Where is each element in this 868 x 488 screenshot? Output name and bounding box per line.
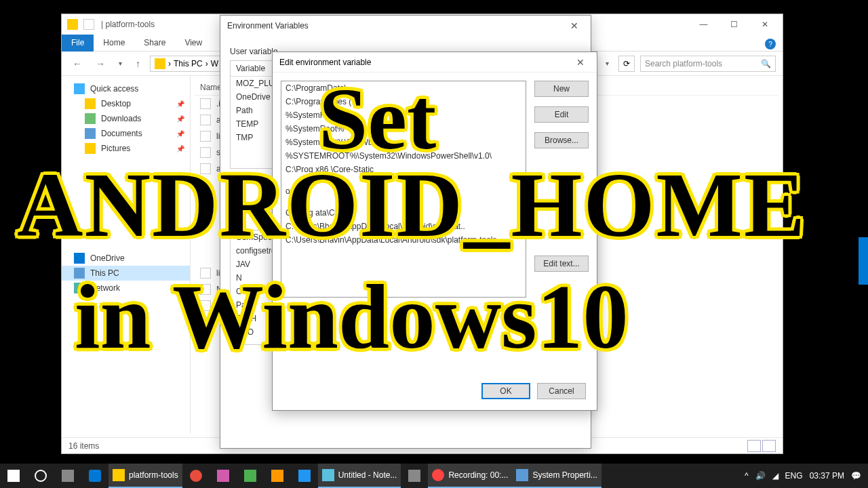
taskbar-pin[interactable] bbox=[291, 464, 318, 488]
taskbar-pin[interactable] bbox=[237, 464, 264, 488]
back-button[interactable]: ← bbox=[68, 58, 86, 69]
refresh-button[interactable]: ⟳ bbox=[618, 56, 635, 72]
sidebar-item-downloads[interactable]: Downloads📌 bbox=[62, 111, 190, 126]
folder-icon bbox=[155, 58, 165, 69]
browse-button[interactable]: Browse... bbox=[534, 132, 589, 148]
item-count: 16 items bbox=[68, 441, 99, 451]
search-input[interactable]: Search platform-tools 🔍 bbox=[640, 56, 776, 72]
up-button[interactable]: ↑ bbox=[132, 58, 144, 69]
overlay-text: ANDROID_HOME bbox=[17, 152, 806, 258]
taskbar-pin[interactable] bbox=[264, 464, 291, 488]
taskbar-pin[interactable] bbox=[182, 464, 210, 488]
taskbar-app[interactable]: platform-tools bbox=[108, 464, 182, 488]
taskbar-app[interactable]: Untitled - Note... bbox=[318, 464, 401, 488]
start-button[interactable] bbox=[0, 464, 27, 488]
cortana-button[interactable] bbox=[27, 464, 54, 488]
overlay-text: in Windows10 bbox=[75, 264, 629, 369]
sidebar-item-documents[interactable]: Documents📌 bbox=[62, 126, 190, 141]
edit-button[interactable]: Edit bbox=[534, 106, 589, 123]
notifications-icon[interactable]: 💬 bbox=[851, 471, 861, 481]
tray-chevron-icon[interactable]: ^ bbox=[745, 471, 749, 481]
maximize-button[interactable]: ☐ bbox=[719, 15, 749, 34]
sidebar-item-desktop[interactable]: Desktop📌 bbox=[62, 96, 190, 111]
network-icon[interactable]: 🔊 bbox=[755, 471, 766, 481]
new-button[interactable]: New bbox=[534, 81, 589, 97]
folder-icon bbox=[67, 19, 78, 30]
share-tab[interactable]: Share bbox=[134, 35, 175, 50]
icons-view-button[interactable] bbox=[762, 440, 776, 452]
breadcrumb[interactable]: This PC bbox=[174, 59, 203, 68]
help-icon[interactable]: ? bbox=[765, 39, 776, 49]
address-dropdown[interactable]: ▾ bbox=[601, 60, 613, 67]
taskbar-app[interactable]: System Properti... bbox=[512, 464, 601, 488]
app-icon bbox=[83, 19, 94, 30]
ok-button[interactable]: OK bbox=[481, 383, 530, 399]
close-button[interactable]: ✕ bbox=[749, 15, 780, 34]
task-view-button[interactable] bbox=[54, 464, 81, 488]
side-tab[interactable] bbox=[859, 237, 868, 285]
dialog-title: Environment Variables bbox=[227, 21, 565, 30]
close-icon[interactable]: ✕ bbox=[571, 57, 590, 68]
history-dropdown[interactable]: ▾ bbox=[115, 60, 126, 67]
column-header[interactable]: Name bbox=[200, 83, 222, 92]
close-icon[interactable]: ✕ bbox=[565, 20, 584, 31]
edge-button[interactable] bbox=[81, 464, 108, 488]
file-tab[interactable]: File bbox=[62, 35, 94, 52]
system-tray[interactable]: ^ 🔊 ◢ ENG 03:37 PM 💬 bbox=[738, 471, 868, 481]
minimize-button[interactable]: — bbox=[688, 15, 719, 34]
clock[interactable]: 03:37 PM bbox=[810, 471, 844, 481]
breadcrumb[interactable]: W bbox=[211, 59, 218, 68]
language-indicator[interactable]: ENG bbox=[785, 471, 803, 481]
taskbar-pin[interactable] bbox=[401, 464, 428, 488]
dialog-title: Edit environment variable bbox=[279, 58, 571, 67]
taskbar-pin[interactable] bbox=[210, 464, 237, 488]
forward-button[interactable]: → bbox=[92, 58, 109, 69]
quick-access[interactable]: Quick access bbox=[62, 81, 190, 96]
cancel-button[interactable]: Cancel bbox=[537, 383, 586, 399]
taskbar-app[interactable]: Recording: 00:... bbox=[428, 464, 512, 488]
taskbar: platform-tools Untitled - Note... Record… bbox=[0, 464, 868, 488]
details-view-button[interactable] bbox=[747, 440, 761, 452]
view-tab[interactable]: View bbox=[175, 35, 212, 50]
home-tab[interactable]: Home bbox=[94, 35, 134, 50]
wifi-icon[interactable]: ◢ bbox=[772, 471, 778, 481]
